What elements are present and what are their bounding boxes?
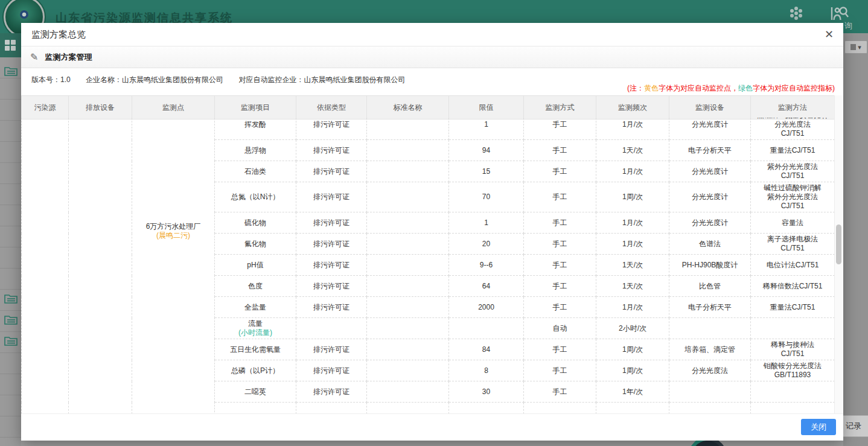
cell-basis: 排污许可证 [296,360,367,381]
pen-icon: ✎ [30,51,38,63]
cell-device: 电子分析天平 [669,297,751,318]
cell-device: 色谱法 [669,234,751,255]
person-search-icon[interactable] [829,4,849,22]
cell-basis: 排污许可证 [296,339,367,360]
cell-method [751,318,835,339]
close-button[interactable]: 关闭 [801,419,836,435]
cell-method: 电位计法CJ/T51 [751,255,835,276]
column-header: 监测设备 [669,96,751,119]
cell-method: 重量法CJ/T51 [751,297,835,318]
cell-method [751,381,835,403]
cell-frequency: 1月/次 [596,297,669,318]
auto-company-label: 对应自动监控企业：山东晨鸣纸业集团股份有限公司 [238,75,405,84]
sidebar-folder-icon[interactable] [4,65,18,78]
cell-item: 石油类 [215,161,296,182]
column-header: 标准名称 [367,96,449,119]
cell-mode: 手工 [524,212,596,234]
cell-standard [367,276,449,297]
scrollbar-track[interactable] [834,95,843,414]
cell-standard [367,182,449,212]
cell-method: 稀释倍数法CJ/T51 [751,276,835,297]
cell-frequency [596,403,669,415]
cell-device: 培养箱、滴定管 [669,339,751,360]
cell-basis: 排污许可证 [296,161,367,182]
cell-standard [367,161,449,182]
cell-item: 氟化物 [215,234,296,255]
monitoring-plan-dialog: 监测方案总览 ✕ ✎ 监测方案管理 版本号：1.0 企业名称：山东晨鸣纸业集团股… [21,23,843,441]
cell-device [669,403,751,415]
cell-frequency: 1月/次 [596,234,669,255]
scrollbar-thumb[interactable] [836,225,841,264]
cell-frequency: 1周/次 [596,339,669,360]
cell-basis: 排污许可证 [296,276,367,297]
cell-basis: 排污许可证 [296,212,367,234]
cell-device: 分光光度计 [669,118,751,140]
cell-frequency: 1年/次 [596,381,669,403]
cell-item: pH值 [215,255,296,276]
cell-item [215,403,296,415]
dialog-footer: 关闭 [21,413,843,441]
cell-limit: 1 [449,212,524,234]
sidebar-folder-icon[interactable] [4,293,18,306]
section-title: 监测方案管理 [45,52,92,63]
column-header: 监测频次 [596,96,669,119]
background-dropdown[interactable]: ▾ [844,40,867,54]
cell-standard [367,140,449,161]
sidebar-folder-icon[interactable] [4,335,18,348]
cell-method: 蒸馏后4-氨基安替比林分光光度法 CJ/T51 [751,118,835,140]
cell-standard [367,297,449,318]
cell-method: 紫外分光光度法 CJ/T51 [751,161,835,182]
cell-basis: 排污许可证 [296,140,367,161]
cell-limit: 15 [449,161,524,182]
company-label: 企业名称：山东晨鸣纸业集团股份有限公司 [86,75,223,84]
column-header: 监测点 [132,96,215,119]
plan-info: 版本号：1.0 企业名称：山东晨鸣纸业集团股份有限公司 对应自动监控企业：山东晨… [21,68,843,96]
cell-frequency: 1月/次 [596,161,669,182]
column-header: 监测项目 [215,96,296,119]
cell-standard [367,255,449,276]
cell-item: 色度 [215,276,296,297]
cell-item: 流量(小时流量) [215,318,296,339]
dialog-titlebar: 监测方案总览 ✕ [21,23,843,46]
cell-limit: 84 [449,339,524,360]
table-header: 污染源排放设备监测点监测项目依据类型标准名称限值监测方式监测频次监测设备监测方法 [21,95,835,119]
caret-down-icon: ▾ [858,43,861,51]
cell-mode: 手工 [524,118,596,140]
cell-basis: 排污许可证 [296,381,367,403]
table-scroll-area[interactable]: 6万方污水处理厂(晨鸣二污)挥发酚排污许可证1手工1月/次分光光度计蒸馏后4-氨… [21,118,834,414]
cell-item: 总磷（以P计） [215,360,296,381]
record-button-partial[interactable]: 记录 [843,415,868,437]
cell-method: 离子选择电极法 CL/T51 [751,234,835,255]
cell-standard [367,339,449,360]
cell-standard [367,360,449,381]
cell-device: 分光光度计 [669,212,751,234]
cell-standard [367,403,449,415]
sidebar-header[interactable] [0,33,21,57]
sidebar-folder-icon[interactable] [4,314,18,327]
cell-frequency: 1月/次 [596,212,669,234]
cell-device: 分光光度计 [669,161,751,182]
cell-basis: 排污许可证 [296,234,367,255]
cell-standard [367,318,449,339]
cell-frequency: 1天/次 [596,276,669,297]
column-header: 限值 [449,96,524,119]
green-legend: 绿色 [738,84,753,92]
monitoring-table: 6万方污水处理厂(晨鸣二污)挥发酚排污许可证1手工1月/次分光光度计蒸馏后4-氨… [21,118,834,414]
menu-grid-icon [5,40,16,51]
dropdown-icon [850,44,856,50]
sidebar-menu [0,57,21,446]
cell-mode: 手工 [524,140,596,161]
apps-grid-icon[interactable] [788,5,804,21]
legend-note: (注：黄色字体为对应自动监控点，绿色字体为对应自动监控指标) [627,83,835,94]
cell-limit: 20 [449,234,524,255]
cell-limit [449,318,524,339]
cell-frequency: 1周/次 [596,360,669,381]
cell-limit: 70 [449,182,524,212]
cell-mode [524,403,596,415]
cell-mode: 手工 [524,161,596,182]
close-icon[interactable]: ✕ [825,28,834,40]
cell-method: 稀释与接种法 CJ/T51 [751,339,835,360]
cell-mode: 手工 [524,381,596,403]
sidebar [0,33,21,446]
cell-mode: 手工 [524,276,596,297]
